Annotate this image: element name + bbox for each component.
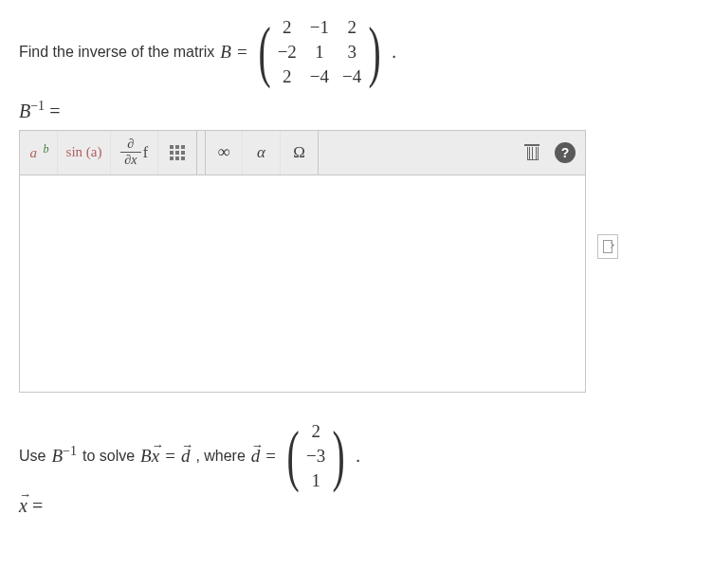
vector-cell: −3 <box>306 446 325 467</box>
equation-editor-wrap: a b sin (a) ∂ ∂x f <box>19 130 694 393</box>
clear-button[interactable] <box>521 140 545 165</box>
tab-exponent[interactable]: a b <box>20 131 58 175</box>
infinity-icon: ∞ <box>218 142 230 162</box>
vector-body: 2 −3 1 <box>304 421 327 491</box>
tab-infinity[interactable]: ∞ <box>205 131 243 175</box>
vec-x: →x <box>152 446 159 467</box>
paren-right: ) <box>333 427 345 485</box>
matrix-cell: −4 <box>342 66 361 87</box>
B-var: B <box>19 101 30 121</box>
period: . <box>356 446 360 467</box>
paren-right: ) <box>369 23 381 81</box>
toolbar-right: ? <box>521 140 585 165</box>
fullscreen-button[interactable] <box>597 234 618 259</box>
matrix-cell: 2 <box>342 17 361 38</box>
toolbar-group-2: ∞ α Ω <box>205 131 319 175</box>
matrix-var: B <box>220 42 231 63</box>
tab-greek-lower[interactable]: α <box>243 131 281 175</box>
B-var: B <box>140 446 152 466</box>
help-button[interactable]: ? <box>555 142 576 163</box>
use-text: Use <box>19 448 46 465</box>
matrix-cell: 2 <box>278 17 297 38</box>
editor-input[interactable] <box>19 175 586 393</box>
vector-cell: 1 <box>306 470 325 491</box>
vector-cell: 2 <box>306 421 325 442</box>
sin-label: sin (a) <box>66 144 102 160</box>
to-solve-text: to solve <box>82 448 135 465</box>
period: . <box>392 42 396 63</box>
equals-sign: = <box>237 42 247 63</box>
answer-label-Binv: B−1 = <box>19 99 694 122</box>
matrix-cell: 3 <box>342 42 361 63</box>
prompt-text: Find the inverse of the matrix <box>19 44 214 61</box>
problem-1-row: Find the inverse of the matrix B = ( 2 −… <box>19 17 694 87</box>
equals-sign: = <box>32 495 43 516</box>
matrix-icon <box>170 145 185 160</box>
equals-sign: = <box>265 446 276 467</box>
vec-d: →d <box>251 446 261 467</box>
exp-neg1: −1 <box>63 444 77 458</box>
equals-sign: = <box>165 446 175 467</box>
matrix-cell: −1 <box>310 17 329 38</box>
equals-sign: = <box>49 101 60 121</box>
vector-d-value: ( 2 −3 1 ) <box>282 421 350 491</box>
matrix-cell: −4 <box>310 66 329 87</box>
tab-trig[interactable]: sin (a) <box>58 131 111 175</box>
answer-label-x: →x = <box>19 495 694 517</box>
trash-icon <box>526 145 539 160</box>
tab-calculus[interactable]: ∂ ∂x f <box>111 131 158 175</box>
help-icon: ? <box>561 145 570 160</box>
exp-neg1: −1 <box>30 99 45 113</box>
omega-icon: Ω <box>293 143 305 162</box>
alpha-icon: α <box>257 143 265 162</box>
equation-editor: a b sin (a) ∂ ∂x f <box>19 130 586 393</box>
document-icon <box>603 240 612 253</box>
problem-2-row: Use B−1 to solve B→x = →d , where →d = (… <box>19 421 694 491</box>
B-var: B <box>51 447 63 467</box>
matrix-cell: 1 <box>310 42 329 63</box>
tab-greek-upper[interactable]: Ω <box>281 131 319 175</box>
vec-d: →d <box>181 446 191 467</box>
tab-matrix[interactable] <box>158 131 196 175</box>
matrix-cell: −2 <box>278 42 297 63</box>
partial-icon: ∂ ∂x f <box>120 138 148 167</box>
matrix-body: 2 −1 2 −2 1 3 2 −4 −4 <box>276 17 364 87</box>
editor-toolbar: a b sin (a) ∂ ∂x f <box>19 130 586 175</box>
exponent-icon: a b <box>28 142 49 163</box>
paren-left: ( <box>286 427 299 485</box>
where-text: , where <box>195 448 245 465</box>
matrix-cell: 2 <box>278 66 297 87</box>
paren-left: ( <box>258 23 270 81</box>
toolbar-group-1: a b sin (a) ∂ ∂x f <box>20 131 197 175</box>
matrix-B: ( 2 −1 2 −2 1 3 2 −4 −4 ) <box>253 17 387 87</box>
vec-x: →x <box>19 495 27 517</box>
